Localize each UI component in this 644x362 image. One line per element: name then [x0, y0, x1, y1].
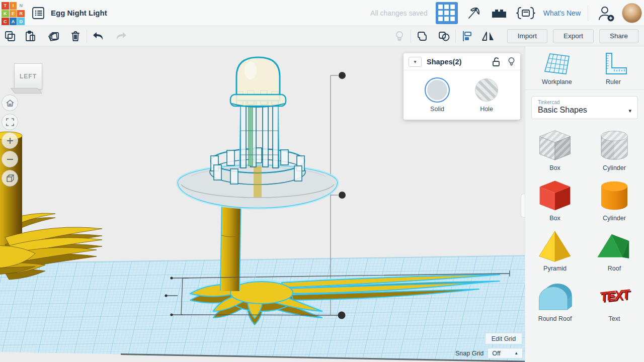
handle-top[interactable]	[339, 72, 346, 79]
lego-brick-icon[interactable]	[490, 5, 508, 22]
shape-item-text[interactable]: TEXT TEXT Text	[585, 276, 644, 324]
lightbulb-icon[interactable]	[508, 57, 515, 67]
toolbar-separator	[411, 30, 411, 43]
pyramid-icon	[536, 229, 574, 264]
solid-option[interactable]: Solid	[426, 78, 449, 113]
roof-icon	[595, 229, 633, 264]
shape-item-roof[interactable]: Roof	[585, 226, 644, 274]
ruler-tool[interactable]: Ruler	[599, 51, 627, 85]
logo-letter: R	[17, 10, 25, 18]
shape-item-cylinder-hole[interactable]: Cylinder	[585, 125, 644, 173]
hole-option[interactable]: Hole	[475, 78, 498, 113]
edit-toolbar: Import Export Share	[0, 26, 644, 46]
show-all-button[interactable]	[389, 27, 410, 46]
shape-gallery: Box Cylinder	[525, 122, 644, 362]
text-shape-icon: TEXT TEXT	[595, 279, 633, 314]
workplane-icon	[543, 51, 571, 76]
tinkercad-logo[interactable]: T I N K E R C A D	[2, 2, 25, 25]
caret-down-icon: ▾	[628, 108, 631, 114]
logo-letter: D	[17, 18, 25, 25]
handle-bottom[interactable]	[338, 312, 346, 319]
home-view-button[interactable]	[2, 95, 18, 111]
snap-grid-control: Snap Grid Off ▲	[455, 348, 523, 358]
ruler-icon	[599, 51, 627, 76]
logo-letter: A	[10, 18, 17, 25]
paste-button[interactable]	[20, 27, 40, 46]
box-hole-icon	[536, 128, 574, 163]
caret-down-icon: ▾	[414, 59, 416, 64]
collapse-panel-button[interactable]: ▾	[409, 57, 422, 67]
align-button[interactable]	[457, 27, 477, 46]
shapes-inspector-panel: ▾ Shapes(2)	[404, 53, 520, 120]
view-cube[interactable]: LEFT	[14, 63, 42, 89]
chevron-right-icon	[524, 202, 525, 209]
unlock-icon[interactable]	[492, 57, 501, 67]
shapes-panel-title: Shapes(2)	[427, 58, 461, 66]
shape-item-box-hole[interactable]: Box	[525, 125, 585, 173]
logo-letter: K	[2, 10, 9, 18]
logo-letter: C	[2, 18, 9, 25]
shape-item-cylinder-solid[interactable]: Cylinder	[585, 175, 644, 224]
design-title[interactable]: Egg Night Light	[51, 9, 107, 17]
shape-item-round-roof[interactable]: Round Roof	[525, 276, 585, 324]
cylinder-orange-icon	[595, 178, 633, 214]
titlebar-separator	[588, 6, 588, 21]
mirror-button[interactable]	[478, 27, 498, 46]
ungroup-button[interactable]	[434, 27, 454, 46]
round-roof-icon	[536, 279, 574, 314]
undo-button[interactable]	[88, 27, 108, 46]
box-red-icon	[536, 178, 574, 214]
copy-button[interactable]	[0, 27, 20, 46]
shapes-panel-header: ▾ Shapes(2)	[404, 53, 520, 70]
duplicate-button[interactable]	[43, 27, 63, 46]
led-bulb[interactable]	[230, 57, 286, 107]
delete-button[interactable]	[65, 27, 86, 46]
workspace: LEFT ▾	[0, 46, 644, 362]
perspective-toggle-button[interactable]	[2, 170, 18, 187]
fit-view-button[interactable]	[2, 114, 18, 130]
toolbar-separator	[455, 30, 456, 43]
shape-label: Pyramid	[543, 265, 567, 272]
snap-grid-label: Snap Grid	[455, 350, 484, 357]
solid-swatch	[426, 78, 449, 102]
toolbar-separator	[87, 30, 87, 43]
library-name: Basic Shapes	[538, 106, 631, 115]
edit-grid-button[interactable]: Edit Grid	[485, 333, 522, 344]
share-button[interactable]: Share	[599, 29, 638, 43]
design-menu-icon[interactable]	[32, 7, 45, 20]
avatar[interactable]	[622, 3, 642, 23]
minecraft-pickaxe-icon[interactable]	[465, 5, 482, 22]
dashboard-grid-button[interactable]	[436, 2, 458, 24]
shapes-panel-body: Solid Hole	[404, 70, 520, 120]
shape-label: Text	[609, 315, 620, 322]
logo-letter: T	[2, 2, 9, 10]
whats-new-link[interactable]: What's New	[543, 9, 581, 17]
snap-grid-select[interactable]: Off ▲	[488, 348, 523, 358]
title-bar: T I N K E R C A D Egg Night Light All ch…	[0, 0, 644, 26]
titlebar-right-group: All changes saved What's New	[370, 0, 644, 26]
snap-grid-value: Off	[492, 350, 500, 357]
solid-label: Solid	[430, 106, 444, 113]
shape-library-sidebar: Workplane Ruler Tinkercad Basic Shapes ▾	[525, 46, 644, 362]
group-button[interactable]	[412, 27, 432, 46]
tinkercad-app: T I N K E R C A D Egg Night Light All ch…	[0, 0, 644, 362]
export-button[interactable]: Export	[553, 29, 594, 43]
workplane-label: Workplane	[542, 78, 572, 85]
viewport-3d[interactable]: LEFT ▾	[0, 46, 525, 362]
redo-button[interactable]	[111, 27, 131, 46]
handle-middle[interactable]	[339, 192, 346, 199]
logo-letter: E	[10, 10, 17, 18]
shape-label: Roof	[608, 265, 621, 272]
zoom-out-button[interactable]	[2, 151, 18, 167]
invite-person-icon[interactable]	[596, 4, 616, 23]
shape-item-pyramid[interactable]: Pyramid	[525, 226, 585, 274]
logo-letter: N	[17, 2, 25, 10]
shape-library-dropdown[interactable]: Tinkercad Basic Shapes ▾	[531, 96, 638, 119]
import-button[interactable]: Import	[507, 29, 547, 43]
logo-letter: I	[10, 2, 17, 10]
shape-item-box-solid[interactable]: Box	[525, 175, 585, 224]
sidebar-collapse-handle[interactable]	[521, 194, 525, 218]
codeblocks-icon[interactable]	[516, 5, 536, 22]
zoom-in-button[interactable]	[2, 132, 18, 149]
workplane-tool[interactable]: Workplane	[542, 51, 572, 85]
